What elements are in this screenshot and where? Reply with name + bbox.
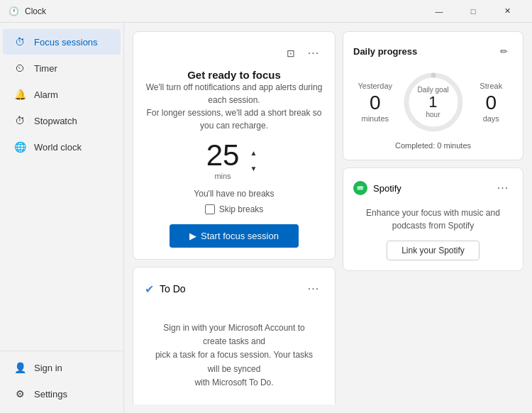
spotify-card: Spotify ··· Enhance your focus with musi…	[343, 167, 523, 271]
todo-card: ✔ To Do ··· Sign in with your Microsoft …	[133, 267, 336, 404]
spotify-title-group: Spotify	[353, 181, 401, 195]
sidebar-item-sign-in[interactable]: 👤 Sign in	[3, 355, 121, 380]
sidebar-label-timer: Timer	[34, 63, 57, 74]
daily-goal-value: 1	[418, 94, 449, 111]
sidebar-nav: ⏱ Focus sessions ⏲ Timer 🔔 Alarm ⏱ Stopw…	[0, 28, 123, 351]
skip-breaks-label: Skip breaks	[219, 204, 264, 214]
sidebar: ⏱ Focus sessions ⏲ Timer 🔔 Alarm ⏱ Stopw…	[0, 23, 124, 413]
titlebar-left: 🕐 Clock	[9, 6, 46, 16]
spotify-more-button[interactable]: ···	[493, 178, 513, 198]
timer-decrement-button[interactable]: ▼	[245, 161, 262, 175]
yesterday-unit: minutes	[353, 114, 397, 123]
sidebar-label-world-clock: World clock	[34, 142, 82, 153]
timer-icon: ⏲	[14, 62, 26, 74]
ring-center: Daily goal 1 hour	[418, 86, 449, 119]
progress-title: Daily progress	[353, 46, 417, 57]
sidebar-item-settings[interactable]: ⚙ Settings	[3, 381, 121, 407]
sidebar-item-timer[interactable]: ⏲ Timer	[3, 55, 121, 81]
world-clock-icon: 🌐	[14, 141, 26, 153]
spotify-logo-icon	[353, 181, 367, 195]
titlebar: 🕐 Clock — □ ✕	[0, 0, 532, 23]
main-content: ⊡ ··· Get ready to focus We'll turn off …	[124, 23, 532, 413]
completed-text: Completed: 0 minutes	[353, 141, 513, 150]
streak-label: Streak	[470, 82, 514, 90]
streak-stat: Streak 0 days	[470, 82, 514, 123]
todo-more-dots-icon: ···	[308, 282, 319, 295]
todo-title-group: ✔ To Do	[145, 282, 186, 296]
app-container: ⏱ Focus sessions ⏲ Timer 🔔 Alarm ⏱ Stopw…	[0, 23, 532, 413]
skip-breaks-checkbox[interactable]	[205, 204, 215, 214]
todo-check-icon: ✔	[145, 282, 154, 296]
app-title: Clock	[25, 6, 46, 16]
todo-body: Sign in with your Microsoft Account to c…	[145, 307, 323, 404]
sidebar-label-stopwatch: Stopwatch	[34, 116, 77, 126]
daily-goal-unit: hour	[418, 111, 449, 119]
sidebar-label-settings: Settings	[34, 389, 67, 400]
sidebar-item-focus-sessions[interactable]: ⏱ Focus sessions	[3, 29, 121, 55]
yesterday-label: Yesterday	[353, 82, 397, 90]
no-breaks-text: You'll have no breaks	[145, 189, 323, 199]
sidebar-item-alarm[interactable]: 🔔 Alarm	[3, 82, 121, 107]
clock-icon: 🕐	[9, 6, 19, 16]
stopwatch-icon: ⏱	[14, 115, 26, 126]
focus-card-actions: ⊡ ···	[281, 43, 323, 63]
start-btn-label: Start focus session	[201, 231, 279, 241]
play-icon: ▶	[189, 231, 196, 241]
alarm-icon: 🔔	[14, 89, 26, 100]
right-panel: Daily progress ✏ Yesterday 0 minutes	[343, 31, 523, 404]
todo-title: To Do	[160, 283, 186, 294]
timer-value: 25	[206, 141, 240, 170]
settings-icon: ⚙	[14, 388, 26, 400]
focus-card-header: ⊡ ···	[145, 43, 323, 63]
daily-progress-card: Daily progress ✏ Yesterday 0 minutes	[343, 31, 523, 160]
stats-row: Yesterday 0 minutes Daily goal 1 hour	[353, 70, 513, 134]
start-focus-session-button[interactable]: ▶ Start focus session	[170, 224, 299, 248]
sidebar-bottom: 👤 Sign in ⚙ Settings	[0, 351, 123, 407]
sign-in-icon: 👤	[14, 362, 26, 373]
progress-ring: Daily goal 1 hour	[401, 70, 465, 134]
focus-expand-button[interactable]: ⊡	[281, 43, 301, 63]
sidebar-item-stopwatch[interactable]: ⏱ Stopwatch	[3, 108, 121, 133]
titlebar-controls: — □ ✕	[423, 0, 523, 23]
left-panel: ⊡ ··· Get ready to focus We'll turn off …	[133, 31, 336, 404]
sidebar-label-focus-sessions: Focus sessions	[34, 37, 98, 48]
timer-arrows: ▲ ▼	[245, 145, 262, 175]
spotify-name: Spotify	[373, 183, 401, 194]
skip-breaks-group: Skip breaks	[145, 204, 323, 214]
progress-header: Daily progress ✏	[353, 42, 513, 60]
focus-title: Get ready to focus	[145, 69, 323, 81]
todo-more-button[interactable]: ···	[304, 279, 323, 299]
spotify-header: Spotify ···	[353, 178, 513, 198]
yesterday-value: 0	[353, 93, 397, 113]
minimize-button[interactable]: —	[423, 0, 455, 23]
more-dots-icon: ···	[308, 47, 319, 60]
spotify-more-dots-icon: ···	[497, 182, 509, 194]
maximize-button[interactable]: □	[457, 0, 489, 23]
timer-section: 25 mins ▲ ▼	[145, 141, 323, 180]
spotify-svg	[356, 184, 365, 192]
sidebar-label-sign-in: Sign in	[34, 363, 62, 373]
spotify-desc: Enhance your focus with music and podcas…	[353, 206, 513, 232]
focus-subtitle: We'll turn off notifications and app ale…	[145, 81, 323, 132]
focus-card: ⊡ ··· Get ready to focus We'll turn off …	[133, 31, 336, 260]
todo-header: ✔ To Do ···	[145, 279, 323, 299]
timer-increment-button[interactable]: ▲	[245, 145, 262, 160]
timer-display-group: 25 mins	[206, 141, 240, 180]
focus-more-button[interactable]: ···	[304, 43, 323, 63]
link-spotify-button[interactable]: Link your Spotify	[387, 241, 480, 260]
close-button[interactable]: ✕	[491, 0, 523, 23]
sidebar-label-alarm: Alarm	[34, 89, 58, 100]
streak-unit: days	[470, 114, 514, 123]
streak-value: 0	[470, 93, 514, 113]
timer-unit: mins	[206, 172, 240, 180]
sidebar-item-world-clock[interactable]: 🌐 World clock	[3, 134, 121, 160]
edit-goal-button[interactable]: ✏	[494, 42, 513, 60]
focus-sessions-icon: ⏱	[14, 36, 26, 48]
yesterday-stat: Yesterday 0 minutes	[353, 82, 397, 123]
